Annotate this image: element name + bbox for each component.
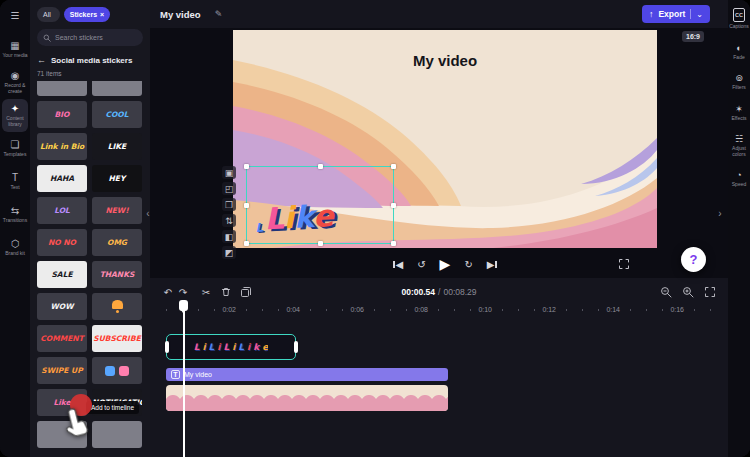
sticker-tile[interactable]	[92, 293, 142, 320]
back-icon[interactable]: ←	[37, 55, 46, 65]
transform-icon[interactable]: ▣	[222, 166, 236, 179]
selection-handle[interactable]	[391, 164, 396, 169]
sticker-tile[interactable]: NO NO	[37, 229, 87, 256]
sidebar-item-templates[interactable]: ❏ Templates	[0, 132, 30, 165]
duplicate-icon[interactable]: ❐	[222, 198, 236, 211]
right-toolbar-item[interactable]: ⊚ Filters	[731, 73, 747, 91]
forward-button[interactable]: ↻	[464, 259, 472, 270]
sticker-tile[interactable]	[37, 81, 87, 96]
video-track-clip[interactable]	[166, 385, 448, 411]
sticker-tile[interactable]: COMMENT	[37, 325, 87, 352]
text-track-clip[interactable]: T My video	[166, 368, 448, 381]
sticker-tile[interactable]	[92, 357, 142, 384]
sticker-tile[interactable]: NEW!	[92, 197, 142, 224]
close-icon[interactable]: ×	[100, 11, 104, 18]
skip-start-button[interactable]: ◀	[392, 259, 403, 270]
right-toolbar-label: Fade	[732, 55, 745, 61]
sidebar-item-brand-kit[interactable]: ⬡ Brand kit	[0, 231, 30, 264]
sticker-tile[interactable]: SALE	[37, 261, 87, 288]
sticker-tile[interactable]	[37, 421, 87, 448]
rename-icon[interactable]: ✎	[215, 9, 223, 19]
sticker-tile[interactable]: LIKE	[92, 133, 142, 160]
right-toolbar-item[interactable]: CC Captions	[728, 8, 750, 30]
rewind-button[interactable]: ↺	[417, 259, 425, 270]
collapse-panel-icon[interactable]: ‹	[143, 200, 153, 226]
add-to-timeline-tooltip: Add to timeline	[86, 401, 139, 414]
sticker-tile[interactable]: Link in Bio	[37, 133, 87, 160]
like-sticker[interactable]: L Like	[254, 201, 334, 235]
sidebar-item-record-create[interactable]: ◉ Record & create	[0, 66, 30, 99]
search-input[interactable]	[55, 34, 135, 41]
sidebar-item-transitions[interactable]: ⇆ Transitions	[0, 198, 30, 231]
sticker-tile[interactable]: WOW	[37, 293, 87, 320]
zoom-out-icon[interactable]	[658, 284, 674, 300]
sticker-tile[interactable]: SUBSCRIBE	[92, 325, 142, 352]
filter-chip[interactable]: Stickers ×	[64, 7, 110, 22]
sticker-tile[interactable]: OMG	[92, 229, 142, 256]
sticker-tile[interactable]	[92, 81, 142, 96]
sidebar-item-content-library[interactable]: ✦ Content library	[2, 99, 28, 132]
sticker-tile[interactable]: THANKS	[92, 261, 142, 288]
zoom-in-icon[interactable]	[680, 284, 696, 300]
fullscreen-icon[interactable]	[618, 258, 630, 270]
selection-handle[interactable]	[318, 164, 323, 169]
skip-end-button[interactable]: ▶	[487, 259, 498, 270]
sidebar-item-text[interactable]: T Text	[0, 165, 30, 198]
undo-icon[interactable]: ↶	[160, 284, 176, 300]
volume-icon[interactable]: ◧	[222, 230, 236, 243]
right-toolbar-item[interactable]: ☵ Adjust colors	[728, 134, 750, 157]
selection-handle[interactable]	[391, 241, 396, 246]
filter-chip[interactable]: All	[37, 7, 60, 22]
selection-handle[interactable]	[318, 241, 323, 246]
left-nav-rail: ☰ ▦ Your media ◉ Record & create ✦ Conte…	[0, 0, 30, 457]
project-tab[interactable]: My video ✎	[160, 0, 222, 28]
clip-letter: k	[253, 342, 259, 352]
stickers-panel: All Stickers × ← Social media stickers 7…	[30, 0, 150, 457]
opacity-icon[interactable]: ◩	[222, 246, 236, 259]
sticker-tile[interactable]: BIO	[37, 101, 87, 128]
sidebar-item-your-media[interactable]: ▦ Your media	[0, 33, 30, 66]
split-icon[interactable]: ✂	[198, 284, 214, 300]
redo-icon[interactable]: ↷	[175, 284, 191, 300]
sticker-tile[interactable]: SWIPE UP	[37, 357, 87, 384]
adjust-colors-icon: ☵	[735, 134, 743, 144]
right-toolbar-item[interactable]: ◔ Speed	[731, 170, 747, 188]
video-stage[interactable]: My video L Like	[233, 30, 657, 248]
menu-button[interactable]: ☰	[0, 0, 30, 33]
export-button[interactable]: ↑ Export ⌄	[642, 5, 710, 23]
sticker-tile[interactable]: Like	[37, 389, 87, 416]
zoom-fit-icon[interactable]	[702, 284, 718, 300]
trim-handle-left[interactable]	[165, 341, 169, 353]
right-toolbar-item[interactable]: ✶ Effects	[730, 104, 747, 122]
crop-icon[interactable]: ◰	[222, 182, 236, 195]
chevron-down-icon[interactable]: ⌄	[696, 10, 703, 19]
sticker-search[interactable]	[37, 29, 143, 46]
sticker-tile[interactable]: HEY	[92, 165, 142, 192]
help-button[interactable]: ?	[681, 247, 706, 272]
duplicate-icon[interactable]	[238, 284, 254, 300]
video-title-text[interactable]: My video	[233, 52, 657, 69]
flip-icon[interactable]: ⇅	[222, 214, 236, 227]
aspect-ratio-badge[interactable]: 16:9	[682, 31, 704, 42]
filter-chips: All Stickers ×	[30, 0, 150, 22]
selection-handle[interactable]	[244, 241, 249, 246]
selection-handle[interactable]	[244, 203, 249, 208]
right-toolbar-item[interactable]: ◐ Fade	[732, 43, 745, 61]
expand-panel-icon[interactable]: ›	[715, 200, 725, 226]
sticker-tile[interactable]	[92, 421, 142, 448]
sticker-track-clip[interactable]: LiLiLiLike	[166, 334, 296, 360]
play-button[interactable]: ▶	[440, 256, 451, 272]
brand-kit-icon: ⬡	[11, 239, 20, 249]
selection-handle[interactable]	[391, 203, 396, 208]
trim-handle-right[interactable]	[294, 341, 298, 353]
current-time: 00:00.54	[401, 287, 435, 297]
timeline-ruler[interactable]: 0:020:040:060:080:100:120:140:16	[166, 304, 720, 316]
playhead-handle[interactable]	[179, 300, 188, 311]
sticker-tile[interactable]: HAHA	[37, 165, 87, 192]
sticker-tile[interactable]: COOL	[92, 101, 142, 128]
sticker-selection[interactable]: L Like	[246, 166, 394, 244]
selection-handle[interactable]	[244, 164, 249, 169]
delete-icon[interactable]	[218, 284, 234, 300]
playhead-line[interactable]	[183, 302, 185, 457]
sticker-tile[interactable]: LOL	[37, 197, 87, 224]
